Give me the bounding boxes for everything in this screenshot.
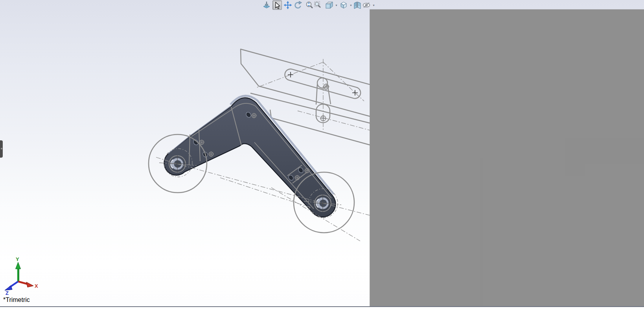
hide-show-items-icon[interactable] (362, 1, 371, 9)
construction-skeleton (156, 49, 644, 306)
view-orientation-icon[interactable] (339, 1, 348, 9)
cad-model-canvas[interactable] (0, 0, 644, 306)
triad-z-label: Z (6, 290, 9, 296)
feature-panel-collapsed-tab[interactable] (0, 140, 3, 158)
plate-slot[interactable] (283, 68, 362, 100)
section-view-icon[interactable] (353, 1, 362, 9)
zoom-in-out-icon[interactable] (305, 1, 314, 9)
triad-x-label: X (35, 283, 38, 289)
normal-to-icon[interactable] (262, 1, 271, 9)
triad-y-label: Y (16, 256, 19, 262)
select-cursor-icon[interactable] (272, 0, 282, 10)
status-strip (0, 307, 644, 309)
triad-axis-z[interactable]: Z (5, 281, 18, 296)
view-toolbar: ▾ ▾ ▾ (0, 0, 644, 11)
reference-triad: Y X Z (0, 252, 47, 299)
hide-show-items-dropdown-arrow[interactable]: ▾ (372, 4, 375, 7)
zoom-to-area-icon[interactable] (314, 1, 322, 9)
panel-tab-grip-icon (1, 148, 2, 149)
rotate-view-icon[interactable] (293, 1, 302, 9)
pan-icon[interactable] (283, 1, 292, 9)
triad-axis-x[interactable]: X (18, 281, 38, 289)
triad-axis-y[interactable]: Y (16, 256, 21, 281)
display-style-dropdown-arrow[interactable]: ▾ (335, 4, 338, 7)
view-orientation-label: *Trimetric (3, 296, 30, 303)
view-orientation-dropdown-arrow[interactable]: ▾ (349, 4, 353, 7)
graphics-viewport[interactable] (0, 0, 644, 306)
vertex-dots (410, 49, 644, 306)
slot-point-left (288, 72, 293, 77)
display-style-icon[interactable] (325, 1, 333, 9)
